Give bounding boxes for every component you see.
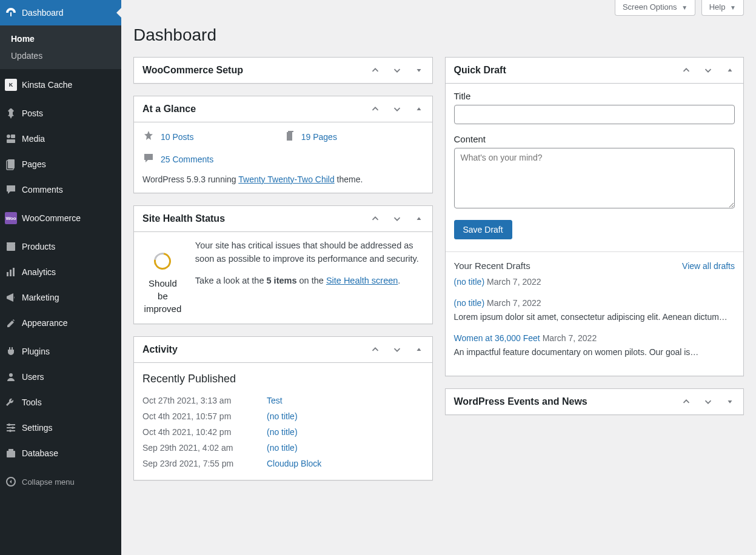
sidebar-item-label: WooCommerce (22, 213, 115, 223)
postbox-header: WordPress Events and News (446, 389, 744, 414)
marketing-icon (0, 291, 22, 304)
activity-item: Oct 4th 2021, 10:57 pm(no title) (142, 408, 424, 424)
caret-down-icon: ▼ (730, 4, 736, 11)
sidebar-item-comments[interactable]: Comments (0, 177, 121, 202)
glance-posts-link[interactable]: 10 Posts (161, 132, 193, 142)
pages-icon (0, 158, 22, 170)
sidebar-item-products[interactable]: Products (0, 234, 121, 259)
sidebar-item-plugins[interactable]: Plugins (0, 339, 121, 364)
move-up-button[interactable] (364, 208, 386, 230)
svg-rect-7 (7, 272, 8, 276)
help-button[interactable]: Help ▼ (701, 0, 744, 16)
sidebar-item-posts[interactable]: Posts (0, 101, 121, 126)
sidebar-item-dashboard[interactable]: Dashboard (0, 0, 121, 25)
dashboard-icon (0, 7, 22, 19)
postbox-woocommerce-setup: WooCommerce Setup (133, 57, 433, 84)
sidebar-item-label: Media (22, 134, 115, 144)
draft-item: (no title)March 7, 2022 (454, 276, 735, 288)
toggle-panel-button[interactable] (408, 59, 430, 81)
activity-post-link[interactable]: (no title) (267, 443, 298, 453)
draft-title-link[interactable]: Women at 36,000 Feet (454, 333, 540, 343)
view-all-drafts-link[interactable]: View all drafts (682, 261, 735, 271)
activity-post-link[interactable]: Test (267, 396, 283, 405)
sidebar-item-pages[interactable]: Pages (0, 151, 121, 177)
move-down-button[interactable] (386, 98, 408, 120)
sidebar-item-kinsta-cache[interactable]: KKinsta Cache (0, 72, 121, 98)
glance-comments-link[interactable]: 25 Comments (161, 155, 213, 164)
activity-item: Oct 27th 2021, 3:13 amTest (142, 393, 424, 408)
activity-date: Sep 29th 2021, 4:02 am (142, 443, 255, 453)
svg-point-16 (9, 430, 12, 432)
activity-subheading: Recently Published (142, 373, 424, 385)
sidebar-subitem-home[interactable]: Home (0, 30, 121, 47)
move-down-button[interactable] (386, 208, 408, 230)
activity-date: Sep 23rd 2021, 7:55 pm (142, 459, 255, 468)
move-down-button[interactable] (386, 339, 408, 361)
toggle-panel-button[interactable] (719, 391, 741, 413)
save-draft-button[interactable]: Save Draft (454, 220, 512, 239)
toggle-panel-button[interactable] (408, 208, 430, 230)
site-health-cta: Take a look at the 5 items on the Site H… (195, 274, 424, 288)
move-up-button[interactable] (364, 339, 386, 361)
move-up-button[interactable] (675, 59, 697, 81)
svg-rect-17 (7, 451, 15, 457)
postbox-handle-actions (675, 391, 743, 413)
glance-posts: 10 Posts (142, 130, 283, 144)
move-up-button[interactable] (675, 391, 697, 413)
media-icon (0, 133, 22, 145)
collapse-menu-button[interactable]: Collapse menu (0, 469, 121, 494)
postbox-title: Quick Draft (446, 58, 676, 83)
toggle-panel-button[interactable] (719, 59, 741, 81)
postbox-quick-draft: Quick Draft Title Content Save Draft You… (445, 57, 744, 376)
sidebar-item-analytics[interactable]: Analytics (0, 259, 121, 285)
sidebar-item-label: Products (22, 242, 115, 251)
move-up-button[interactable] (364, 59, 386, 81)
sidebar-item-woocommerce[interactable]: WooWooCommerce (0, 205, 121, 231)
site-health-gauge: Should be improved (142, 239, 183, 315)
svg-marker-22 (416, 217, 421, 220)
activity-list: Oct 27th 2021, 3:13 amTestOct 4th 2021, … (142, 393, 424, 471)
sidebar-subitem-updates[interactable]: Updates (0, 47, 121, 64)
sidebar-item-settings[interactable]: Settings (0, 415, 121, 440)
svg-rect-5 (7, 244, 15, 251)
postbox-handle-actions (364, 98, 432, 120)
glance-pages-link[interactable]: 19 Pages (301, 132, 337, 142)
draft-date: March 7, 2022 (487, 277, 541, 287)
move-down-button[interactable] (386, 59, 408, 81)
toggle-panel-button[interactable] (408, 339, 430, 361)
site-health-status: Should be improved (142, 277, 183, 315)
site-health-text: Your site has critical issues that shoul… (195, 239, 424, 296)
sidebar-item-label: Analytics (22, 267, 115, 277)
sidebar-item-media[interactable]: Media (0, 126, 121, 151)
activity-post-link[interactable]: (no title) (267, 411, 298, 421)
move-up-button[interactable] (364, 98, 386, 120)
draft-title-link[interactable]: (no title) (454, 298, 485, 308)
sidebar-item-appearance[interactable]: Appearance (0, 310, 121, 336)
activity-post-link[interactable]: Cloudup Block (267, 459, 321, 468)
quick-draft-content-textarea[interactable] (454, 148, 735, 208)
theme-link[interactable]: Twenty Twenty-Two Child (238, 174, 334, 184)
sidebar-item-tools[interactable]: Tools (0, 390, 121, 415)
activity-date: Oct 4th 2021, 10:42 pm (142, 427, 255, 437)
activity-post-link[interactable]: (no title) (267, 427, 298, 437)
svg-rect-2 (7, 139, 15, 143)
move-down-button[interactable] (697, 59, 719, 81)
draft-title-link[interactable]: (no title) (454, 277, 485, 287)
quick-draft-title-input[interactable] (454, 105, 735, 124)
postbox-title: WooCommerce Setup (134, 58, 364, 83)
toggle-panel-button[interactable] (408, 98, 430, 120)
sidebar-item-marketing[interactable]: Marketing (0, 285, 121, 310)
sidebar-item-database[interactable]: Database (0, 440, 121, 466)
svg-rect-6 (7, 242, 15, 244)
screen-options-button[interactable]: Screen Options ▼ (615, 0, 695, 16)
sidebar-item-users[interactable]: Users (0, 364, 121, 390)
caret-down-icon: ▼ (681, 4, 687, 11)
draft-date: March 7, 2022 (543, 333, 597, 343)
move-down-button[interactable] (697, 391, 719, 413)
svg-rect-8 (10, 270, 12, 276)
activity-item: Sep 23rd 2021, 7:55 pmCloudup Block (142, 456, 424, 471)
postbox-handle-actions (364, 208, 432, 230)
collapse-label: Collapse menu (22, 477, 75, 487)
sidebar-item-label: Appearance (22, 318, 115, 328)
site-health-link[interactable]: Site Health screen (326, 276, 398, 285)
